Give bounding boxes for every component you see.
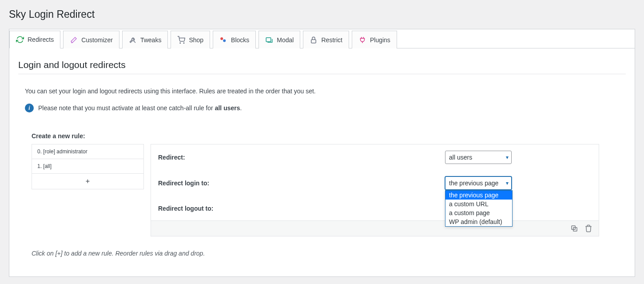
login-dropdown: the previous page a custom URL a custom …: [445, 190, 513, 227]
tab-customizer[interactable]: Customizer: [63, 31, 119, 48]
config-footer: [151, 220, 599, 236]
dropdown-option-custom-url[interactable]: a custom URL: [445, 200, 512, 208]
tab-label: Redirects: [28, 36, 54, 43]
lock-icon: [310, 36, 318, 44]
config-row-login: Redirect login to: the previous page ▾ t…: [151, 170, 599, 196]
paintbrush-icon: [70, 36, 78, 44]
tab-modal[interactable]: Modal: [258, 31, 300, 48]
cart-icon: [177, 36, 185, 44]
tab-redirects[interactable]: Redirects: [9, 31, 60, 48]
tab-blocks[interactable]: Blocks: [213, 31, 256, 48]
redirect-label: Redirect:: [158, 154, 445, 161]
add-rule-button[interactable]: +: [32, 174, 143, 189]
tabs-row: Redirects Customizer Tweaks Shop: [9, 29, 635, 48]
tab-label: Tweaks: [140, 36, 161, 44]
info-icon: i: [25, 104, 34, 112]
config-row-redirect: Redirect: all users ▾: [151, 144, 599, 170]
tab-label: Plugins: [370, 36, 390, 44]
svg-point-0: [180, 43, 181, 44]
svg-point-2: [220, 37, 223, 40]
blocks-icon: [219, 36, 227, 44]
page-title: Sky Login Redirect: [9, 4, 635, 22]
notice-text: Please note that you must activate at le…: [38, 104, 242, 112]
tab-label: Shop: [189, 36, 203, 44]
rule-item-0[interactable]: 0. [role] administrator: [32, 144, 143, 159]
config-row-logout: Redirect logout to:: [151, 196, 599, 220]
svg-rect-4: [266, 37, 271, 41]
hint-text: Click on [+] to add a new rule. Reorder …: [32, 250, 599, 257]
dropdown-option-wp-admin[interactable]: WP admin (default): [445, 217, 512, 226]
svg-point-1: [184, 43, 185, 44]
info-row: i Please note that you must activate at …: [25, 104, 626, 112]
copy-icon[interactable]: [570, 224, 578, 232]
section-divider: [18, 74, 626, 74]
rule-item-1[interactable]: 1. [all]: [32, 159, 143, 174]
svg-rect-5: [311, 40, 316, 43]
dropdown-option-custom-page[interactable]: a custom page: [445, 208, 512, 217]
chevron-down-icon: ▾: [506, 154, 509, 160]
tab-plugins[interactable]: Plugins: [352, 31, 397, 48]
plug-icon: [358, 36, 366, 44]
intro-text: You can set your login and logout redire…: [25, 88, 626, 95]
redirect-select-wrap: all users ▾: [445, 151, 512, 164]
tab-tweaks[interactable]: Tweaks: [122, 31, 168, 48]
svg-point-3: [223, 39, 226, 42]
refresh-icon: [16, 36, 24, 44]
create-rule-heading: Create a new rule:: [32, 132, 599, 140]
redirect-select[interactable]: all users ▾: [445, 151, 512, 164]
rule-list: 0. [role] administrator 1. [all] +: [32, 144, 144, 189]
chevron-down-icon: ▾: [506, 180, 509, 186]
modal-icon: [265, 36, 273, 44]
rule-config: Redirect: all users ▾ Redirect login to:: [151, 144, 599, 236]
tab-label: Blocks: [231, 36, 249, 44]
settings-card: Redirects Customizer Tweaks Shop: [9, 29, 635, 277]
tab-shop[interactable]: Shop: [171, 31, 210, 48]
tab-label: Modal: [277, 36, 294, 44]
login-select[interactable]: the previous page ▾: [445, 176, 512, 190]
rule-area: Create a new rule: 0. [role] administrat…: [18, 124, 626, 257]
login-label: Redirect login to:: [158, 180, 445, 187]
dropdown-option-previous-page[interactable]: the previous page: [445, 191, 512, 200]
login-select-wrap: the previous page ▾ the previous page a …: [445, 176, 512, 190]
tab-label: Restrict: [321, 36, 342, 44]
card-body: Login and logout redirects You can set y…: [9, 48, 635, 276]
tab-restrict[interactable]: Restrict: [303, 31, 349, 48]
logout-label: Redirect logout to:: [158, 205, 445, 212]
section-title: Login and logout redirects: [18, 60, 626, 70]
rules-layout: 0. [role] administrator 1. [all] + Redir…: [32, 144, 599, 236]
trash-icon[interactable]: [584, 224, 592, 232]
tab-label: Customizer: [81, 36, 113, 44]
tools-icon: [129, 36, 137, 44]
